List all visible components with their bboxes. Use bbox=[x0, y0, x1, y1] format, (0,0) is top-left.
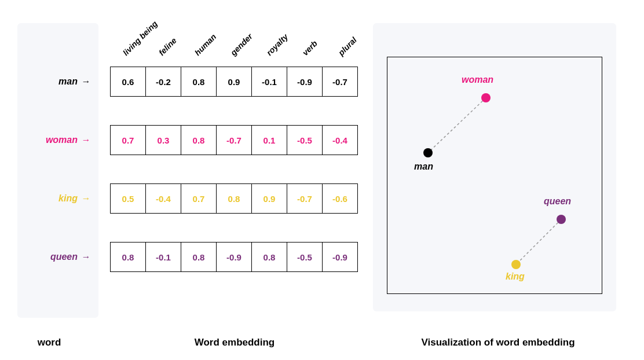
viz-connections bbox=[387, 57, 602, 293]
emb-cell: 0.7 bbox=[110, 125, 146, 155]
emb-cell: -0.9 bbox=[216, 242, 252, 272]
point-woman bbox=[481, 93, 491, 102]
viz-label-queen: queen bbox=[544, 196, 571, 207]
captions-row: word Word embedding Visualization of wor… bbox=[0, 337, 644, 348]
emb-cell: 0.9 bbox=[216, 67, 252, 97]
arrow-icon: → bbox=[81, 252, 90, 262]
arrow-icon: → bbox=[81, 135, 90, 145]
dim-human: human bbox=[193, 25, 225, 57]
emb-cell: -0.7 bbox=[322, 67, 358, 97]
emb-cell: -0.5 bbox=[287, 125, 323, 155]
caption-viz: Visualization of word embedding bbox=[371, 337, 625, 348]
emb-cell: -0.9 bbox=[322, 242, 358, 272]
emb-cell: 0.7 bbox=[181, 183, 217, 214]
word-king: king → bbox=[58, 183, 98, 214]
embedding-row-woman: 0.7 0.3 0.8 -0.7 0.1 -0.5 -0.4 bbox=[110, 125, 361, 155]
emb-cell: -0.4 bbox=[322, 125, 358, 155]
viz-label-woman: woman bbox=[462, 75, 493, 85]
dashed-line-icon bbox=[428, 98, 486, 153]
word-woman: woman → bbox=[46, 125, 98, 155]
emb-cell: 0.8 bbox=[251, 242, 287, 272]
point-queen bbox=[557, 215, 566, 224]
word-man-text: man bbox=[58, 76, 78, 87]
viz-box: woman man queen king bbox=[387, 57, 602, 294]
embedding-row-king: 0.5 -0.4 0.7 0.8 0.9 -0.7 -0.6 bbox=[110, 183, 361, 214]
emb-cell: 0.8 bbox=[181, 125, 217, 155]
caption-embedding: Word embedding bbox=[98, 337, 371, 348]
embedding-panel: living being feline human gender royalty… bbox=[110, 23, 361, 300]
emb-cell: 0.8 bbox=[181, 67, 217, 97]
emb-cell: -0.7 bbox=[287, 183, 323, 214]
emb-cell: -0.1 bbox=[251, 67, 287, 97]
emb-cell: -0.6 bbox=[322, 183, 358, 214]
point-man bbox=[423, 148, 433, 157]
emb-cell: -0.9 bbox=[287, 67, 323, 97]
viz-panel: woman man queen king bbox=[373, 23, 616, 311]
emb-cell: -0.2 bbox=[145, 67, 181, 97]
arrow-icon: → bbox=[81, 77, 90, 86]
dim-royalty: royalty bbox=[265, 25, 297, 57]
emb-cell: 0.8 bbox=[110, 242, 146, 272]
emb-cell: 0.1 bbox=[251, 125, 287, 155]
word-panel: man → woman → king → queen → bbox=[17, 23, 98, 318]
word-man: man → bbox=[58, 67, 98, 97]
emb-cell: 0.9 bbox=[251, 183, 287, 214]
emb-cell: -0.1 bbox=[145, 242, 181, 272]
dim-verb: verb bbox=[301, 25, 332, 57]
emb-cell: 0.8 bbox=[216, 183, 252, 214]
embedding-row-queen: 0.8 -0.1 0.8 -0.9 0.8 -0.5 -0.9 bbox=[110, 242, 361, 272]
emb-cell: 0.6 bbox=[110, 67, 146, 97]
dim-living-being: living being bbox=[121, 25, 153, 57]
word-queen-text: queen bbox=[50, 252, 78, 262]
emb-cell: -0.4 bbox=[145, 183, 181, 214]
embedding-row-man: 0.6 -0.2 0.8 0.9 -0.1 -0.9 -0.7 bbox=[110, 67, 361, 97]
emb-cell: 0.3 bbox=[145, 125, 181, 155]
dim-gender: gender bbox=[229, 25, 261, 57]
point-king bbox=[511, 260, 521, 269]
dashed-line-icon bbox=[516, 219, 561, 265]
word-woman-text: woman bbox=[46, 135, 78, 145]
emb-cell: -0.7 bbox=[216, 125, 252, 155]
viz-label-king: king bbox=[506, 271, 525, 282]
arrow-icon: → bbox=[81, 194, 90, 203]
word-king-text: king bbox=[58, 193, 78, 204]
dimension-labels: living being feline human gender royalty… bbox=[110, 23, 361, 67]
emb-cell: 0.8 bbox=[181, 242, 217, 272]
viz-label-man: man bbox=[414, 161, 433, 172]
dim-plural: plural bbox=[336, 25, 368, 57]
emb-cell: 0.5 bbox=[110, 183, 146, 214]
emb-cell: -0.5 bbox=[287, 242, 323, 272]
dim-feline: feline bbox=[157, 25, 189, 57]
word-queen: queen → bbox=[50, 242, 98, 272]
caption-word: word bbox=[0, 337, 98, 348]
